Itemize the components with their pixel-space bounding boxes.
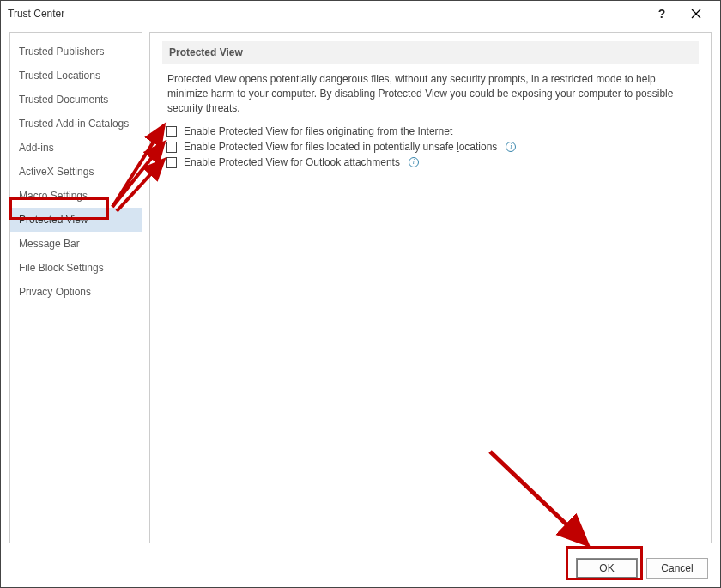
sidebar-item[interactable]: Privacy Options [10, 280, 142, 304]
close-icon [691, 9, 701, 19]
option-checkbox[interactable] [166, 142, 177, 153]
option-checkbox[interactable] [166, 157, 177, 168]
sidebar-item[interactable]: File Block Settings [10, 256, 142, 280]
option-label[interactable]: Enable Protected View for files located … [184, 141, 497, 153]
sidebar-item[interactable]: Trusted Documents [10, 88, 142, 112]
sidebar-item[interactable]: Macro Settings [10, 184, 142, 208]
close-button[interactable] [679, 1, 713, 27]
help-button[interactable]: ? [645, 1, 679, 27]
option-row: Enable Protected View for files originat… [162, 124, 699, 139]
sidebar-item[interactable]: Message Bar [10, 232, 142, 256]
sidebar-item[interactable]: Trusted Locations [10, 64, 142, 88]
section-description: Protected View opens potentially dangero… [167, 72, 699, 115]
section-header: Protected View [162, 41, 699, 64]
sidebar-item[interactable]: Add-ins [10, 136, 142, 160]
option-row: Enable Protected View for Outlook attach… [162, 155, 699, 170]
dialog-body: Trusted PublishersTrusted LocationsTrust… [1, 27, 720, 549]
dialog-footer: OK Cancel [1, 549, 720, 587]
content-pane: Protected View Protected View opens pote… [149, 32, 712, 543]
sidebar: Trusted PublishersTrusted LocationsTrust… [9, 32, 142, 543]
option-label[interactable]: Enable Protected View for Outlook attach… [184, 156, 400, 168]
option-label[interactable]: Enable Protected View for files originat… [184, 125, 452, 137]
option-row: Enable Protected View for files located … [162, 139, 699, 155]
cancel-button[interactable]: Cancel [646, 558, 708, 579]
sidebar-item[interactable]: ActiveX Settings [10, 160, 142, 184]
sidebar-item[interactable]: Protected View [10, 208, 142, 232]
titlebar: Trust Center ? [1, 1, 720, 27]
info-icon[interactable]: i [506, 142, 516, 152]
option-checkbox[interactable] [166, 126, 177, 137]
trust-center-dialog: Trust Center ? Trusted PublishersTrusted… [0, 0, 721, 588]
options-group: Enable Protected View for files originat… [162, 124, 699, 170]
ok-button[interactable]: OK [576, 558, 638, 579]
info-icon[interactable]: i [409, 157, 419, 167]
sidebar-item[interactable]: Trusted Add-in Catalogs [10, 112, 142, 136]
sidebar-item[interactable]: Trusted Publishers [10, 39, 142, 64]
window-title: Trust Center [8, 8, 64, 20]
